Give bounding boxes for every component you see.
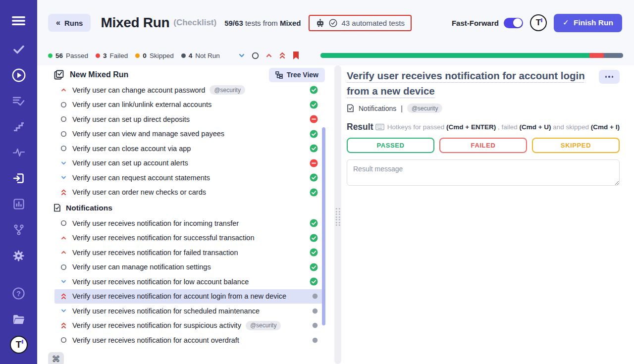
list-item[interactable]: Verify user can close account via app — [54, 141, 324, 156]
priority-critical-icon — [60, 322, 67, 329]
failed-dot-icon — [96, 53, 100, 58]
folder-icon[interactable] — [0, 306, 37, 332]
svg-text:?: ? — [16, 289, 21, 297]
failed-count: 3 — [103, 52, 107, 59]
panel-splitter — [332, 65, 344, 364]
command-palette-button[interactable]: ⌘ — [48, 352, 64, 364]
more-options-button[interactable] — [599, 70, 620, 84]
list-item[interactable]: Verify user receives notification for sc… — [54, 304, 324, 318]
robot-icon — [316, 19, 325, 27]
suite-name[interactable]: Notifications — [359, 104, 396, 112]
priority-low-icon — [60, 174, 67, 181]
test-item-title: Verify user can view and manage saved pa… — [72, 130, 224, 138]
check-circle-icon — [329, 19, 337, 27]
branch-icon[interactable] — [0, 217, 37, 243]
list-item[interactable]: Verify user can link/unlink external acc… — [54, 98, 324, 112]
status-passed-icon — [310, 263, 318, 271]
brand-logo-button[interactable]: T — [530, 14, 547, 31]
test-item-title: Verify user receives notification for fa… — [72, 249, 238, 257]
section-row[interactable]: Notifications — [53, 200, 332, 216]
test-item-title: Verify user receives notification for sc… — [72, 307, 260, 315]
list-item[interactable]: Verify user can manage notification sett… — [54, 260, 324, 275]
passed-button[interactable]: PASSED — [347, 138, 434, 153]
test-item-title: Verify user can order new checks or card… — [72, 188, 206, 196]
list-item[interactable]: Verify user can order new checks or card… — [54, 185, 324, 200]
status-passed-icon — [310, 234, 318, 242]
test-item-title: Verify user can close account via app — [72, 145, 191, 153]
menu-icon[interactable] — [0, 8, 37, 34]
status-passed-icon — [310, 101, 318, 109]
play-circle-icon[interactable] — [0, 62, 37, 88]
priority-normal-icon — [60, 220, 67, 226]
chevron-up-icon[interactable] — [265, 52, 272, 59]
run-title-group: New Mixed Run — [54, 70, 128, 80]
help-icon[interactable]: ? — [0, 280, 37, 306]
skipped-count: 0 — [143, 52, 147, 59]
skipped-button[interactable]: SKIPPED — [532, 138, 620, 153]
back-to-runs-button[interactable]: « Runs — [48, 14, 91, 32]
list-item[interactable]: Verify user can set up account alerts — [54, 156, 324, 171]
test-title[interactable]: Verify user receives notification for ac… — [347, 68, 597, 99]
import-icon[interactable] — [0, 165, 37, 191]
list-item[interactable]: Verify user receives notification for in… — [54, 216, 324, 231]
passed-dot-icon — [48, 53, 53, 58]
stat-failed: 3Failed — [96, 52, 128, 59]
test-item-title: Verify user can link/unlink external acc… — [72, 101, 211, 108]
list-item[interactable]: Verify user can set up direct deposits — [54, 112, 324, 127]
status-notrun-icon — [312, 322, 318, 328]
stat-passed: 56Passed — [48, 52, 88, 59]
priority-critical-icon — [60, 293, 67, 300]
app-window: ? T « Runs Mixed Run (Checklist) 59/63 t… — [0, 0, 634, 364]
meta-separator: | — [401, 104, 403, 112]
back-chevron-icon: « — [56, 18, 60, 27]
failed-button[interactable]: FAILED — [439, 138, 527, 153]
report-icon[interactable] — [0, 191, 37, 217]
bookmark-icon[interactable] — [292, 51, 300, 60]
list-item[interactable]: Verify user can change account password@… — [54, 84, 324, 98]
stats-bar: 56Passed 3Failed 0Skipped 4Not Run — [37, 46, 634, 65]
list-check-icon[interactable] — [0, 88, 37, 114]
priority-low-icon — [60, 278, 67, 285]
list-item[interactable]: Verify user can view and manage saved pa… — [54, 127, 324, 142]
status-notrun-icon — [312, 337, 318, 343]
list-item[interactable]: Verify user receives notification for su… — [54, 318, 324, 333]
tag-pill: @security — [210, 85, 245, 95]
fast-forward-toggle[interactable] — [504, 18, 523, 28]
test-item-title: Verify user can change account password — [72, 86, 205, 94]
hotkey-part: (Cmd + U) — [519, 123, 551, 131]
status-passed-icon — [310, 277, 318, 286]
list-item[interactable]: Verify user receives notification for lo… — [54, 274, 324, 289]
gear-icon[interactable] — [0, 243, 37, 268]
progress-passed-segment — [320, 53, 589, 58]
verdict-buttons: PASSEDFAILEDSKIPPED — [347, 138, 620, 153]
toggle-knob — [513, 18, 522, 27]
double-chevron-up-icon[interactable] — [279, 52, 286, 59]
hotkey-part: Hotkeys for passed — [387, 123, 446, 131]
list-item[interactable]: Verify user receives notification for ac… — [54, 289, 324, 304]
priority-normal-icon — [60, 337, 67, 343]
check-icon[interactable] — [0, 37, 37, 62]
circle-icon[interactable] — [252, 52, 259, 59]
steps-icon[interactable] — [0, 114, 37, 140]
status-passed-icon — [310, 188, 318, 197]
splitter-grip[interactable] — [336, 208, 340, 226]
result-message-input[interactable] — [347, 159, 620, 186]
test-item-title: Verify user receives notification for lo… — [72, 278, 249, 286]
activity-icon[interactable] — [0, 140, 37, 165]
list-item[interactable]: Verify user receives notification for su… — [54, 231, 324, 246]
chevron-down-icon[interactable] — [238, 52, 245, 59]
status-failed-icon — [310, 115, 318, 123]
logo[interactable]: T — [0, 332, 37, 358]
priority-high-icon — [60, 87, 67, 93]
finish-run-button[interactable]: ✓ Finish Run — [554, 14, 622, 32]
tree-view-button[interactable]: Tree View — [269, 68, 325, 82]
automated-tests-label: 43 automated tests — [341, 19, 405, 27]
list-item[interactable]: Verify user can request account statemen… — [54, 170, 324, 185]
test-detail-panel: Verify user receives notification for ac… — [344, 65, 634, 364]
list-item[interactable]: Verify user receives notification for ac… — [54, 333, 324, 348]
tree-view-icon — [275, 71, 283, 79]
list-item[interactable]: Verify user receives notification for fa… — [54, 245, 324, 260]
list-scrollbar[interactable] — [322, 127, 325, 325]
hotkey-part: and skipped — [551, 123, 591, 131]
hotkeys-hint: Hotkeys for passed (Cmd + ENTER) , faile… — [375, 123, 620, 131]
